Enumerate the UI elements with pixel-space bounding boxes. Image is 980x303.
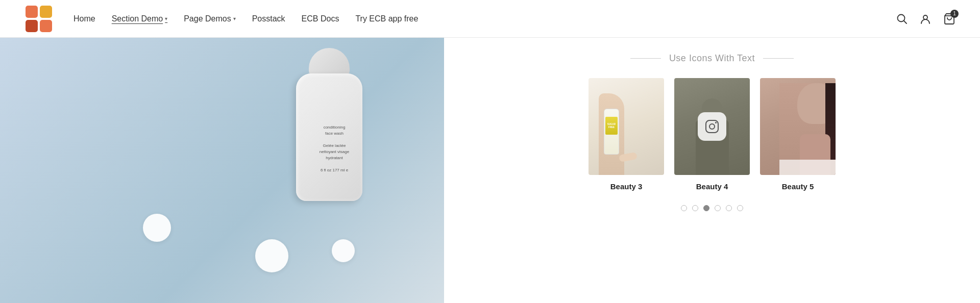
- svg-line-5: [904, 20, 906, 23]
- svg-rect-1: [40, 6, 52, 18]
- bottle-body: conditioning face wash Gelée lactée nett…: [296, 73, 362, 201]
- bottle-cap: [309, 48, 350, 76]
- chevron-down-icon: ▾: [233, 16, 236, 21]
- instagram-icon: [698, 112, 726, 141]
- dot-6[interactable]: [737, 205, 743, 211]
- header: Home Section Demo ▾ Page Demos ▾ Posstac…: [0, 0, 980, 38]
- dot-1[interactable]: [681, 205, 687, 211]
- nav-section-demo[interactable]: Section Demo ▾: [112, 14, 168, 23]
- nav-actions: 1: [896, 13, 955, 25]
- dot-2[interactable]: [692, 205, 698, 211]
- foam-blob-2: [255, 239, 288, 272]
- cart-button[interactable]: 1: [943, 13, 955, 25]
- main-nav: Home Section Demo ▾ Page Demos ▾ Posstac…: [74, 14, 896, 23]
- section-title: Use Icons With Text: [630, 53, 794, 64]
- beauty4-thumb: [674, 78, 750, 175]
- svg-point-6: [923, 15, 927, 19]
- product-bottle: conditioning face wash Gelée lactée nett…: [291, 48, 383, 201]
- svg-rect-3: [40, 20, 52, 32]
- title-line-right: [763, 58, 794, 59]
- title-line-left: [630, 58, 661, 59]
- beauty5-thumb: [760, 78, 836, 175]
- main-content: conditioning face wash Gelée lactée nett…: [0, 38, 980, 303]
- beauty5-label: Beauty 5: [782, 182, 814, 191]
- cart-count: 1: [950, 10, 959, 18]
- nav-page-demos[interactable]: Page Demos ▾: [184, 14, 236, 23]
- svg-point-9: [709, 124, 715, 129]
- search-button[interactable]: [896, 13, 908, 24]
- beauty4-label: Beauty 4: [696, 182, 728, 191]
- dot-4[interactable]: [715, 205, 721, 211]
- beauty3-card[interactable]: SUGARFREE Beauty 3: [589, 78, 664, 191]
- nav-try-ecb[interactable]: Try ECB app free: [355, 14, 418, 23]
- bottle-text: conditioning face wash Gelée lactée nett…: [309, 124, 360, 173]
- svg-rect-2: [26, 20, 38, 32]
- svg-rect-0: [26, 6, 38, 18]
- chevron-down-icon: ▾: [165, 16, 167, 21]
- account-button[interactable]: [920, 13, 931, 24]
- icons-with-text-section: Use Icons With Text SUGARFREE: [444, 38, 980, 303]
- dot-3[interactable]: [703, 205, 709, 211]
- foam-blob-1: [143, 214, 171, 242]
- svg-point-10: [715, 122, 717, 123]
- carousel-dots: [681, 205, 743, 211]
- logo[interactable]: [24, 5, 53, 33]
- image-cards-row: SUGARFREE Beauty 3: [589, 78, 836, 191]
- beauty3-label: Beauty 3: [610, 182, 643, 191]
- nav-home[interactable]: Home: [74, 14, 95, 23]
- nav-ecb-docs[interactable]: ECB Docs: [302, 14, 339, 23]
- beauty4-card[interactable]: Beauty 4: [674, 78, 750, 191]
- dot-5[interactable]: [726, 205, 732, 211]
- beauty5-card[interactable]: Beauty 5: [760, 78, 836, 191]
- nav-posstack[interactable]: Posstack: [252, 14, 285, 23]
- foam-blob-3: [332, 239, 355, 262]
- product-image-bg: conditioning face wash Gelée lactée nett…: [0, 38, 444, 303]
- product-image-section: conditioning face wash Gelée lactée nett…: [0, 38, 444, 303]
- beauty3-thumb: SUGARFREE: [589, 78, 664, 175]
